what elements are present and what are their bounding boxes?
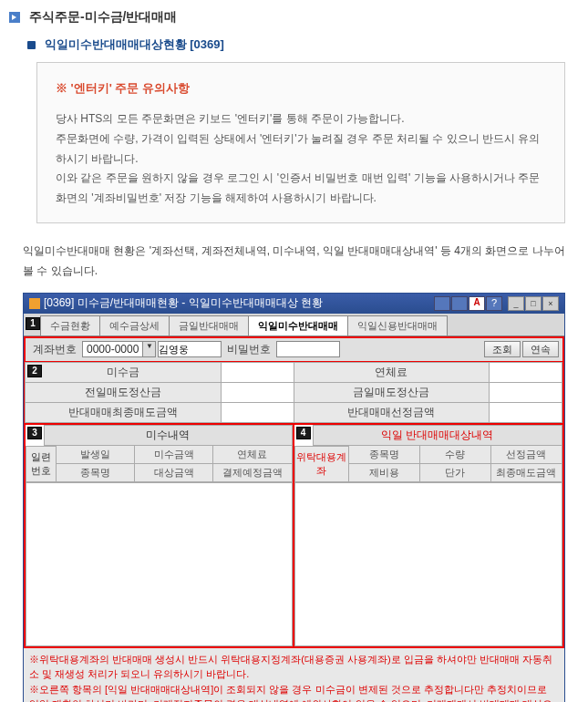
- tool-icon-1[interactable]: [434, 296, 450, 311]
- hts-window: [0369] 미수금/반대매매현황 - 익일미수반대매매대상 현황 A ? _ …: [23, 293, 565, 702]
- tab-1[interactable]: 예수금상세: [99, 315, 170, 336]
- name-field[interactable]: [158, 341, 222, 357]
- lbl-misu: 미수금: [26, 363, 221, 382]
- marker-2: 2: [27, 365, 42, 377]
- val-bandae-final: [221, 403, 294, 422]
- bullet-icon: [27, 41, 36, 49]
- content-area: 계좌번호 0000-0000 ▼ 비밀번호 조회 연속 2 미수금 연체료 전: [24, 336, 564, 702]
- breadcrumb: 주식주문-미수금/반대매매: [9, 9, 588, 26]
- right-pane: 4 익일 반대매매대상내역 위탁대용계좌 종목명 수량 선정금액: [294, 425, 563, 646]
- right-title: 익일 반대매매대상내역: [313, 425, 563, 446]
- tab-bar: 1 수금현황 예수금상세 금일반대매매 익일미수반대매매 익일신용반대매매: [24, 314, 564, 336]
- rh4: 제비용: [348, 463, 420, 482]
- acct-value: 0000-0000: [83, 342, 142, 356]
- lh2: 미수금액: [134, 445, 213, 464]
- lbl-geumil: 금일매도정산금: [294, 383, 490, 402]
- section-1-frame: 계좌번호 0000-0000 ▼ 비밀번호 조회 연속: [24, 336, 564, 363]
- notice-p3: 이와 같은 주문을 원하지 않을 경우 로그인 시 '인증서 비밀번호 매번 입…: [56, 169, 546, 208]
- lbl-bandae-select: 반대매매선정금액: [294, 403, 490, 422]
- window-title: [0369] 미수금/반대매매현황 - 익일미수반대매매대상 현황: [44, 295, 434, 311]
- lh4: 종목명: [56, 463, 135, 482]
- notice-p2: 주문화면에 수량, 가격이 입력된 상태에서 '엔터키'가 눌려질 경우 주문 …: [56, 129, 546, 169]
- breadcrumb-text: 주식주문-미수금/반대매매: [29, 9, 178, 24]
- foot-n2: ※오른쪽 항목의 [익일 반대매매대상내역]이 조회되지 않을 경우 미수금이 …: [29, 682, 559, 702]
- password-field[interactable]: [276, 341, 340, 357]
- titlebar: [0369] 미수금/반대매매현황 - 익일미수반대매매대상 현황 A ? _ …: [24, 294, 564, 314]
- page-subtitle: 익일미수반대매매대상현황 [0369]: [27, 36, 588, 53]
- account-row: 계좌번호 0000-0000 ▼ 비밀번호 조회 연속: [26, 338, 562, 361]
- section-2-frame: 2 미수금 연체료 전일매도정산금 금일매도정산금 반대매매최종매도금액 반대매…: [24, 363, 564, 425]
- lh1: 발생일: [56, 445, 135, 464]
- lbl-bandae-final: 반대매매최종매도금액: [26, 403, 221, 422]
- intro-text: 익일미수반대매매 현황은 '계좌선택, 계좌전체내역, 미수내역, 익일 반대매…: [23, 242, 565, 281]
- tab-3[interactable]: 익일미수반대매매: [248, 315, 348, 336]
- val-jeonil: [221, 383, 294, 402]
- tab-2[interactable]: 금일반대매매: [169, 315, 249, 336]
- footnotes: ※위탁대용계좌의 반대매매 생성시 반드시 위탁대용지정계좌(대용증권 사용계좌…: [24, 648, 564, 702]
- pwd-label: 비밀번호: [223, 340, 274, 359]
- marker-3: 3: [27, 427, 42, 439]
- lh6: 결제예정금액: [212, 463, 292, 482]
- marker-4: 4: [296, 427, 311, 439]
- tool-icon-2[interactable]: [451, 296, 468, 311]
- acct-label: 계좌번호: [29, 340, 80, 359]
- close-button[interactable]: ×: [542, 296, 559, 311]
- rh5: 단가: [419, 463, 491, 482]
- tab-4[interactable]: 익일신용반대매매: [347, 315, 448, 336]
- subtitle-text: 익일미수반대매매대상현황 [0369]: [45, 37, 224, 51]
- arrow-icon: [9, 12, 20, 23]
- continuous-button[interactable]: 연속: [522, 341, 559, 357]
- notice-p1: 당사 HTS의 모든 주문화면은 키보드 '엔터키'를 통해 주문이 가능합니다…: [56, 109, 546, 129]
- notice-box: ※ '엔터키' 주문 유의사항 당사 HTS의 모든 주문화면은 키보드 '엔터…: [36, 62, 565, 223]
- val-misu: [221, 363, 294, 382]
- lh3: 연체료: [212, 445, 292, 464]
- query-button[interactable]: 조회: [484, 341, 521, 357]
- left-pane: 3 미수내역 일련 번호 발생일 미수금액 연체료: [26, 425, 294, 646]
- tool-icon-a[interactable]: A: [469, 296, 485, 311]
- rh3: 선정금액: [490, 445, 562, 464]
- help-icon[interactable]: ?: [486, 296, 502, 311]
- left-title: 미수내역: [44, 425, 293, 446]
- tab-0[interactable]: 수금현황: [40, 315, 100, 336]
- foot-n1: ※위탁대용계좌의 반대매매 생성시 반드시 위탁대용지정계좌(대용증권 사용계좌…: [29, 652, 559, 682]
- minimize-button[interactable]: _: [508, 296, 524, 311]
- left-row-label: 일련 번호: [26, 446, 57, 482]
- app-icon: [29, 298, 40, 309]
- section-34-frame: 3 미수내역 일련 번호 발생일 미수금액 연체료: [24, 425, 564, 648]
- lh5: 대상금액: [134, 463, 213, 482]
- toolbar-icons: A ?: [434, 296, 502, 311]
- val-geumil: [489, 383, 562, 402]
- rh6: 최종매도금액: [490, 463, 562, 482]
- left-data-grid[interactable]: [26, 482, 293, 646]
- rh2: 수량: [419, 445, 491, 464]
- right-data-grid[interactable]: [294, 482, 563, 646]
- notice-title: ※ '엔터키' 주문 유의사항: [56, 77, 546, 98]
- chevron-down-icon[interactable]: ▼: [142, 342, 155, 356]
- marker-1: 1: [26, 317, 40, 330]
- rh1: 종목명: [348, 445, 420, 464]
- split-panes: 3 미수내역 일련 번호 발생일 미수금액 연체료: [26, 425, 562, 646]
- val-bandae-select: [489, 403, 562, 422]
- acct-combo[interactable]: 0000-0000 ▼: [82, 341, 156, 357]
- window-controls: _ □ ×: [508, 296, 559, 311]
- val-yeonche: [489, 363, 562, 382]
- summary-grid: 미수금 연체료 전일매도정산금 금일매도정산금 반대매매최종매도금액 반대매매선…: [26, 363, 562, 423]
- lbl-yeonche: 연체료: [294, 363, 490, 382]
- right-side-label: 위탁대용계좌: [294, 446, 349, 482]
- lbl-jeonil: 전일매도정산금: [26, 383, 221, 402]
- maximize-button[interactable]: □: [525, 296, 542, 311]
